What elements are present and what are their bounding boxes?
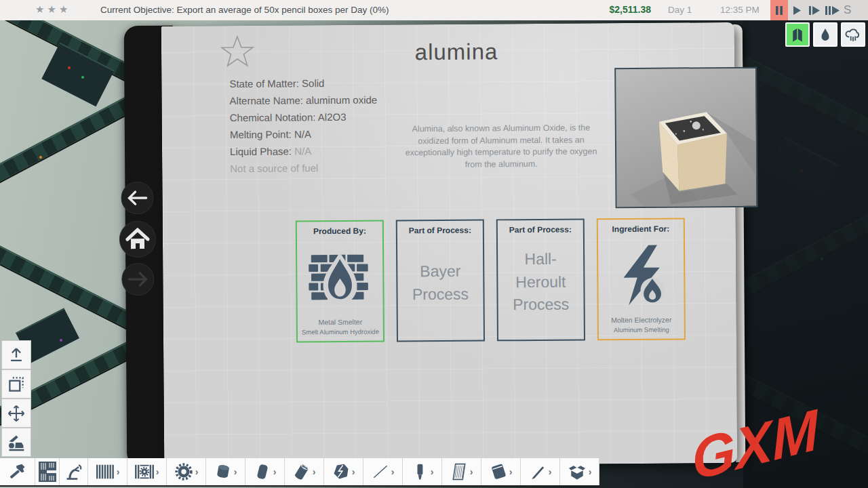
tool-conveyor-machine-button[interactable]: › — [127, 458, 167, 485]
play-button[interactable] — [788, 0, 806, 20]
speed-indicator[interactable]: S — [844, 3, 851, 17]
barrel-icon — [214, 462, 233, 481]
expander-chevron[interactable]: › — [273, 466, 277, 477]
tool-barrel-button[interactable]: › — [206, 458, 245, 485]
play-icon — [793, 6, 802, 15]
tool-paper-sheet-button[interactable]: › — [442, 458, 481, 485]
copy-area-tool-button[interactable] — [1, 369, 31, 399]
box-header: Part of Process: — [509, 225, 572, 235]
tool-hammer-button[interactable] — [0, 458, 35, 485]
playback-controls: S — [770, 0, 868, 20]
electrolyzer-icon-wrap — [610, 234, 673, 317]
expander-chevron[interactable]: › — [391, 466, 395, 477]
back-arrow-icon — [126, 189, 148, 207]
alternate-name: Alternate Name: aluminum oxide — [229, 92, 377, 110]
back-button[interactable] — [121, 182, 153, 214]
machine-name: Metal Smelter — [318, 318, 362, 326]
liquid-phase: Liquid Phase: N/A — [230, 143, 378, 161]
move-arrows-icon — [7, 404, 26, 423]
recipe-name: Aluminum Smelting — [614, 326, 669, 334]
liquid-phase-label: Liquid Phase: — [230, 145, 294, 157]
fuel-note: Not a source of fuel — [230, 160, 378, 178]
tool-rod-button[interactable]: › — [363, 458, 403, 485]
status-light — [81, 76, 84, 79]
encyclopedia-panel: alumina State of Matter: Solid Alternate… — [124, 20, 748, 468]
export-up-arrow-icon — [7, 346, 26, 365]
box-header: Produced By: — [313, 226, 366, 237]
expander-chevron[interactable]: › — [156, 466, 159, 477]
tool-ore-rock-button[interactable]: › — [324, 458, 363, 485]
liquid-phase-value: N/A — [294, 145, 311, 157]
top-bar: ★★★ Current Objective: Export an average… — [0, 0, 868, 20]
material-properties: State of Matter: Solid Alternate Name: a… — [229, 75, 378, 178]
alumina-box-render — [616, 68, 757, 208]
chemical-notation: Chemical Notation: Al2O3 — [230, 109, 378, 127]
expander-chevron[interactable]: › — [470, 466, 473, 477]
tool-block-button[interactable]: › — [245, 458, 285, 485]
encyclopedia-toggle-button[interactable] — [785, 22, 810, 47]
status-light — [68, 66, 71, 69]
open-box-icon — [567, 462, 587, 481]
pollution-overlay-button[interactable] — [841, 22, 865, 47]
state-of-matter: State of Matter: Solid — [229, 75, 377, 93]
fast-forward-icon — [809, 6, 820, 15]
expander-chevron[interactable]: › — [549, 466, 552, 477]
demolish-tool-button[interactable] — [1, 428, 31, 457]
expander-chevron[interactable]: › — [313, 466, 316, 477]
star-icon: ★ — [59, 3, 71, 15]
ingredient-for-box[interactable]: Ingredient For: Molten Electrolyzer Alum… — [597, 218, 686, 340]
book-icon — [489, 462, 508, 481]
material-description: Alumina, also known as Aluminum Oxide, i… — [399, 122, 603, 171]
ore-rock-icon — [332, 462, 351, 481]
home-button[interactable] — [119, 221, 156, 258]
expander-chevron[interactable]: › — [117, 466, 120, 477]
paper-sheet-icon — [450, 462, 469, 481]
tool-conveyor-button[interactable]: › — [88, 458, 127, 485]
favorite-star-icon[interactable] — [220, 34, 255, 69]
water-overlay-button[interactable] — [813, 22, 837, 47]
tool-pencil-button[interactable]: › — [521, 458, 560, 485]
tool-robot-arm-button[interactable] — [60, 458, 88, 485]
expander-chevron[interactable]: › — [195, 466, 199, 477]
part-of-process-box-1[interactable]: Part of Process: Bayer Process — [396, 220, 485, 342]
tool-gear-button[interactable]: › — [167, 458, 206, 485]
move-tool-button[interactable] — [1, 399, 31, 428]
floor-plan-icon — [38, 461, 57, 483]
smelter-icon-wrap — [307, 236, 373, 319]
process-name: Bayer Process — [397, 235, 484, 341]
expander-chevron[interactable]: › — [509, 466, 513, 477]
gear-icon — [174, 462, 194, 482]
tool-open-box-button[interactable]: › — [560, 458, 599, 485]
fastest-forward-button[interactable] — [823, 0, 841, 20]
expander-chevron[interactable]: › — [352, 466, 355, 477]
page-title: alumina — [334, 39, 578, 66]
tool-marker-button[interactable]: › — [403, 458, 442, 485]
forward-button-disabled[interactable] — [121, 263, 154, 296]
day-display: Day 1 — [668, 5, 692, 15]
money-display: $2,511.38 — [590, 4, 651, 15]
process-name: Hall-Heroult Process — [498, 234, 584, 340]
expander-chevron[interactable]: › — [589, 466, 592, 477]
export-tool-button[interactable] — [1, 340, 31, 369]
marker-icon — [410, 462, 429, 481]
demolish-crane-icon — [6, 433, 26, 452]
expander-chevron[interactable]: › — [431, 466, 434, 477]
produced-by-box[interactable]: Produced By: Metal Smelter Smelt Alu — [296, 220, 384, 343]
open-book-icon — [789, 26, 806, 43]
box-header: Part of Process: — [409, 226, 471, 236]
part-of-process-box-2[interactable]: Part of Process: Hall-Heroult Process — [496, 218, 585, 341]
pause-button[interactable] — [770, 0, 788, 20]
molten-electrolyzer-icon — [610, 243, 673, 306]
tool-floor-plan-button[interactable] — [35, 458, 60, 485]
star-icon: ★ — [35, 3, 47, 15]
rod-icon — [371, 462, 390, 481]
copy-area-icon — [7, 375, 26, 394]
material-photo — [614, 67, 757, 208]
roller-icon — [292, 462, 311, 481]
tool-roller-button[interactable]: › — [285, 458, 324, 485]
droplet-icon — [818, 26, 833, 43]
expander-chevron[interactable]: › — [234, 466, 237, 477]
fast-forward-button[interactable] — [806, 0, 823, 20]
tool-book-button[interactable]: › — [481, 458, 521, 485]
status-light — [60, 339, 62, 342]
